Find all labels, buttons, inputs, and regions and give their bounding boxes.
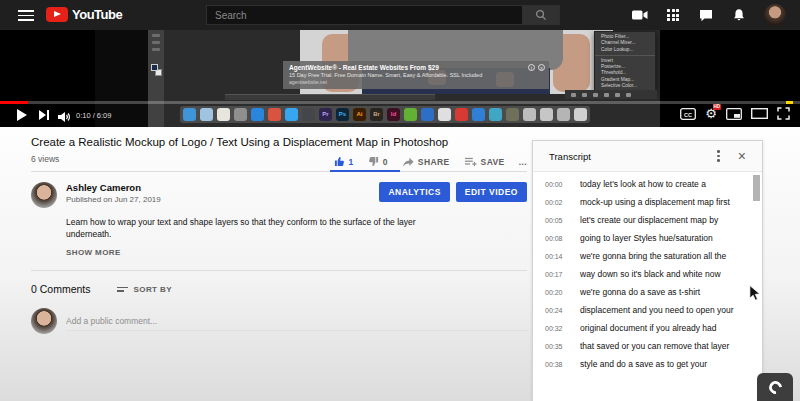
transcript-text: original document if you already had: [580, 323, 717, 333]
menu-divider: [595, 55, 655, 56]
transcript-text: today let's look at how to create a: [580, 179, 706, 189]
menu-icon[interactable]: [18, 10, 34, 21]
menu-item: Color Lookup...: [595, 47, 655, 53]
close-icon[interactable]: ×: [734, 149, 750, 163]
action-buttons: 1 0 SHARE SAVE ...: [334, 156, 527, 167]
transcript-text: displacement and you need to open your: [580, 305, 734, 315]
transcript-text: let's create our displacement map by: [580, 215, 718, 225]
search-icon: [535, 9, 547, 21]
transcript-timestamp[interactable]: 00:00: [545, 181, 571, 188]
hd-quality-badge: HD: [713, 104, 722, 110]
thumbs-down-icon: [368, 156, 379, 167]
miniplayer-button[interactable]: [726, 108, 742, 120]
transcript-line[interactable]: 00:14 we're gonna bring the saturation a…: [533, 247, 762, 265]
transcript-timestamp[interactable]: 00:14: [545, 253, 571, 260]
theater-mode-button[interactable]: [751, 108, 768, 119]
transcript-header: Transcript ×: [533, 141, 762, 172]
notifications-bell-icon[interactable]: [731, 7, 747, 23]
foreground-color-swatch: [151, 64, 158, 71]
save-label: SAVE: [481, 157, 505, 167]
transcript-line[interactable]: 00:38 style and do a save as to get your: [533, 355, 762, 373]
edit-video-button[interactable]: EDIT VIDEO: [456, 182, 527, 202]
transcript-line[interactable]: 00:35 that saved or you can remove that …: [533, 337, 762, 355]
transcript-timestamp[interactable]: 00:35: [545, 343, 571, 350]
show-more-button[interactable]: SHOW MORE: [66, 248, 527, 257]
comments-header: 0 Comments SORT BY: [31, 283, 527, 295]
description-line: Learn how to wrap your text and shape la…: [66, 217, 527, 229]
search-input[interactable]: [206, 5, 523, 25]
settings-gear-icon[interactable]: ⚙ HD: [705, 107, 717, 120]
video-meta-row: 6 views 1 0 SHARE: [31, 154, 527, 172]
share-label: SHARE: [418, 157, 450, 167]
channel-name[interactable]: Ashley Cameron: [66, 182, 379, 193]
captions-button[interactable]: CC: [680, 108, 696, 120]
transcript-timestamp[interactable]: 00:08: [545, 235, 571, 242]
video-info-column: Create a Realistic Mockup of Logo / Text…: [31, 136, 527, 334]
search-button[interactable]: [523, 5, 560, 25]
play-button[interactable]: [17, 109, 27, 121]
transcript-timestamp[interactable]: 00:20: [545, 289, 571, 296]
more-actions-icon[interactable]: ...: [519, 157, 527, 167]
ad-url[interactable]: agentwebsite.net: [289, 79, 543, 85]
fullscreen-button[interactable]: [777, 107, 790, 120]
description-line: underneath.: [66, 229, 527, 241]
transcript-scrollbar[interactable]: [753, 175, 760, 201]
transcript-timestamp[interactable]: 00:02: [545, 199, 571, 206]
transcript-line[interactable]: 00:17 way down so it's black and white n…: [533, 265, 762, 283]
transcript-line[interactable]: 00:08 going to layer Styles hue/saturati…: [533, 229, 762, 247]
time-display: 0:10 / 6:09: [76, 111, 111, 120]
transcript-timestamp[interactable]: 00:32: [545, 325, 571, 332]
save-button[interactable]: SAVE: [464, 156, 505, 167]
share-button[interactable]: SHARE: [402, 157, 450, 167]
more-options-icon[interactable]: [711, 147, 726, 165]
thumbs-up-icon: [334, 156, 345, 167]
search-bar: [206, 5, 560, 25]
transcript-timestamp[interactable]: 00:38: [545, 361, 571, 368]
player-controls: 0:10 / 6:09 CC ⚙ HD: [0, 104, 800, 127]
channel-avatar[interactable]: [31, 182, 57, 208]
loom-logo-icon: [766, 378, 784, 396]
transcript-timestamp[interactable]: 00:24: [545, 307, 571, 314]
view-count: 6 views: [31, 154, 59, 164]
section-divider: [31, 270, 527, 271]
video-player[interactable]: AgentWebsite® - Real Estate Websites Fro…: [0, 30, 800, 127]
commenter-avatar: [31, 308, 57, 334]
transcript-timestamp[interactable]: 00:17: [545, 271, 571, 278]
messages-icon[interactable]: [698, 7, 714, 23]
analytics-button[interactable]: ANALYTICS: [379, 182, 449, 202]
ad-title[interactable]: AgentWebsite® - Real Estate Websites Fro…: [289, 64, 543, 71]
transcript-line[interactable]: 00:32 original document if you already h…: [533, 319, 762, 337]
like-button[interactable]: 1: [334, 156, 354, 167]
photoshop-status-bar: [225, 94, 435, 100]
menu-item: Selective Color...: [595, 83, 655, 89]
transcript-title: Transcript: [549, 151, 711, 162]
recording-watermark[interactable]: [757, 373, 793, 401]
create-video-icon[interactable]: [632, 7, 648, 23]
youtube-logo-text: YouTube: [72, 7, 122, 22]
transcript-timestamp[interactable]: 00:05: [545, 217, 571, 224]
account-avatar[interactable]: [764, 4, 786, 26]
header-actions: [632, 0, 786, 30]
transcript-panel: Transcript × 00:00 today let's look at h…: [532, 140, 763, 401]
volume-icon[interactable]: [57, 109, 71, 127]
ad-overlay-banner[interactable]: AgentWebsite® - Real Estate Websites Fro…: [283, 61, 549, 89]
page-content: Create a Realistic Mockup of Logo / Text…: [0, 127, 800, 401]
transcript-line[interactable]: 00:24 displacement and you need to open …: [533, 301, 762, 319]
transcript-line[interactable]: 00:00 today let's look at how to create …: [533, 175, 762, 193]
photoshop-layers-panel-footer: [565, 90, 657, 99]
apps-grid-icon[interactable]: [665, 7, 681, 23]
ad-close-icon[interactable]: x: [538, 64, 545, 71]
sort-by-button[interactable]: SORT BY: [117, 285, 172, 294]
next-button[interactable]: [39, 110, 50, 120]
youtube-logo[interactable]: YouTube: [46, 7, 122, 22]
comments-count: 0 Comments: [31, 283, 91, 295]
comment-input[interactable]: [66, 312, 527, 331]
transcript-text: that saved or you can remove that layer: [580, 341, 729, 351]
dislike-button[interactable]: 0: [368, 156, 388, 167]
transcript-line[interactable]: 00:20 we're gonna do a save as t-shirt: [533, 283, 762, 301]
ad-info-icon[interactable]: i: [528, 64, 535, 71]
transcript-line[interactable]: 00:02 mock-up using a displacement map f…: [533, 193, 762, 211]
channel-row: Ashley Cameron Published on Jun 27, 2019…: [31, 182, 527, 208]
transcript-line[interactable]: 00:05 let's create our displacement map …: [533, 211, 762, 229]
ad-body: 15 Day Free Trial. Free Domain Name. Sma…: [289, 72, 543, 78]
